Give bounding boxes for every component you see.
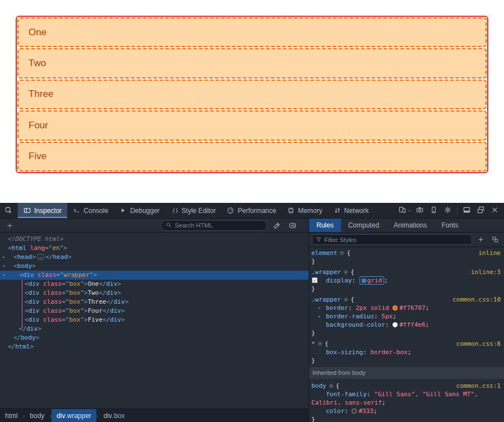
declaration-background-color[interactable]: background-color: #fff4e6; [309, 321, 504, 329]
rule-selector[interactable]: body [311, 382, 326, 390]
expand-shorthand-icon[interactable]: ▸ [318, 304, 321, 312]
breadcrumb-item-div.wrapper[interactable]: div.wrapper [52, 409, 96, 422]
screenshot-button[interactable] [413, 203, 427, 218]
markup-token: < [19, 271, 23, 279]
markup-token: > [32, 262, 36, 270]
close-brace: } [311, 257, 315, 266]
rule-source-link[interactable]: inline [478, 249, 501, 257]
rule-selector-line[interactable]: *{common.css:8 [309, 340, 504, 348]
declaration-color[interactable]: color: #333; [309, 407, 504, 415]
add-node-button[interactable] [3, 219, 16, 231]
expand-arrow-icon[interactable]: ▾ [0, 262, 8, 271]
sidebar-tab-computed[interactable]: Computed [341, 219, 386, 232]
search-html-input[interactable]: Search HTML [161, 220, 267, 231]
markup-token: </ [13, 334, 21, 341]
rule-source-link[interactable]: common.css:8 [456, 340, 501, 348]
rule-selector-line[interactable]: element{inline [309, 249, 504, 257]
property-name: color [326, 407, 344, 415]
tab-style-editor[interactable]: {}Style Editor [165, 203, 221, 218]
rule-selector-line[interactable]: .wrapper{common.css:10 [309, 295, 504, 304]
declaration-font-family[interactable]: font-family: "Gill Sans", "Gill Sans MT"… [309, 390, 504, 407]
declaration-box-sizing[interactable]: box-sizing: border-box; [309, 348, 504, 356]
rule-source-link[interactable]: inline:3 [471, 268, 501, 276]
markup-line-1[interactable]: <html lang="en"> [0, 244, 309, 253]
performance-icon [227, 207, 234, 214]
breadcrumb-item-body[interactable]: body [25, 409, 49, 422]
rule-selector[interactable]: element [311, 249, 337, 257]
rule-selector[interactable]: .wrapper [311, 295, 341, 304]
dock-to-bottom-button[interactable] [460, 203, 474, 218]
property-value: #f76707 [399, 304, 425, 312]
rule-selector-line[interactable]: .wrapper{inline:3 [309, 268, 504, 276]
expand-shorthand-icon[interactable]: ▸ [318, 312, 321, 321]
tab-network[interactable]: Network [328, 203, 375, 218]
markup-line-6[interactable]: <div class="box">Two</div> [0, 289, 309, 298]
eyedropper-button[interactable] [270, 219, 283, 231]
open-brace: { [347, 249, 351, 257]
caret-down-icon[interactable] [407, 208, 413, 213]
color-swatch[interactable] [352, 409, 357, 414]
media-playback-button[interactable] [286, 219, 298, 231]
sidebar-tab-animations[interactable]: Animations [386, 219, 434, 232]
tab-debugger[interactable]: Debugger [114, 203, 165, 218]
markup-line-4[interactable]: ▾<div class="wrapper"> [0, 271, 309, 280]
rule-source-link[interactable]: common.css:10 [452, 295, 501, 304]
rule-gear-icon[interactable] [318, 341, 323, 346]
property-name: border [326, 304, 348, 312]
rule-selector[interactable]: .wrapper [311, 268, 341, 276]
separate-window-button[interactable] [474, 203, 488, 218]
markup-token: box [69, 298, 81, 305]
sidebar-tab-rules[interactable]: Rules [309, 219, 341, 232]
tab-performance[interactable]: Performance [221, 203, 282, 218]
rule-source-link[interactable]: common.css:1 [456, 382, 501, 390]
markup-token: class [40, 280, 62, 287]
color-swatch[interactable] [393, 322, 398, 327]
markup-line-3[interactable]: ▾<body> [0, 262, 309, 271]
close-icon [491, 206, 498, 215]
collapsed-content-pill[interactable]: … [37, 254, 44, 260]
breadcrumb-item-div.box[interactable]: div.box [99, 409, 130, 422]
pick-element-button[interactable] [0, 203, 18, 218]
close-brace: } [311, 329, 315, 337]
close-toolbox-button[interactable] [488, 203, 502, 218]
markup-line-10[interactable]: </div> [0, 324, 309, 333]
declaration-checkbox[interactable]: ✓ [312, 277, 318, 283]
grid-highlighter-toggle[interactable]: grid [360, 276, 385, 285]
filter-styles-input[interactable]: Filter Styles [312, 234, 472, 245]
markup-line-2[interactable]: ▸<head>…</head> [0, 253, 309, 262]
declaration-display[interactable]: ✓display: grid; [309, 276, 504, 285]
markup-line-11[interactable]: </body> [0, 333, 309, 342]
expand-arrow-icon[interactable]: ▸ [0, 253, 8, 262]
sidebar-tab-fonts[interactable]: Fonts [434, 219, 465, 232]
markup-token: =" [56, 271, 63, 279]
declaration-border[interactable]: ▸border: 2px solid #f76707; [309, 304, 504, 312]
colon: : [352, 277, 359, 284]
markup-line-8[interactable]: <div class="box">Four</div> [0, 307, 309, 316]
markup-line-12[interactable]: </html> [0, 342, 309, 351]
markup-line-7[interactable]: <div class="box">Three</div> [0, 298, 309, 307]
tab-inspector[interactable]: Inspector [18, 203, 67, 218]
breadcrumb-item-html[interactable]: html [0, 409, 23, 422]
markup-line-0[interactable]: <!DOCTYPE html> [0, 235, 309, 244]
rule-selector-line[interactable]: body{common.css:1 [309, 382, 504, 390]
markup-line-5[interactable]: <div class="box">One</div> [0, 280, 309, 289]
add-rule-button[interactable] [474, 234, 487, 246]
rule-selector[interactable]: * [311, 340, 315, 348]
rule-gear-icon[interactable] [343, 297, 348, 302]
expand-arrow-icon[interactable]: ▾ [0, 271, 8, 280]
demo-box-two: Two [17, 48, 487, 78]
settings-button[interactable] [441, 203, 455, 218]
tab-console[interactable]: Console [67, 203, 114, 218]
markup-token: class [34, 271, 57, 279]
crumb-tag: div [57, 412, 65, 420]
declaration-border-radius[interactable]: ▸border-radius: 5px; [309, 312, 504, 321]
markup-line-9[interactable]: <div class="box">Five</div> [0, 316, 309, 324]
device-button[interactable] [427, 203, 441, 218]
tab-memory[interactable]: Memory [282, 203, 328, 218]
color-swatch[interactable] [393, 305, 398, 310]
colon: : [385, 321, 393, 328]
rule-gear-icon[interactable] [339, 251, 344, 256]
rule-gear-icon[interactable] [343, 270, 348, 275]
class-toggles-button[interactable] [489, 234, 501, 246]
rule-gear-icon[interactable] [329, 383, 334, 388]
